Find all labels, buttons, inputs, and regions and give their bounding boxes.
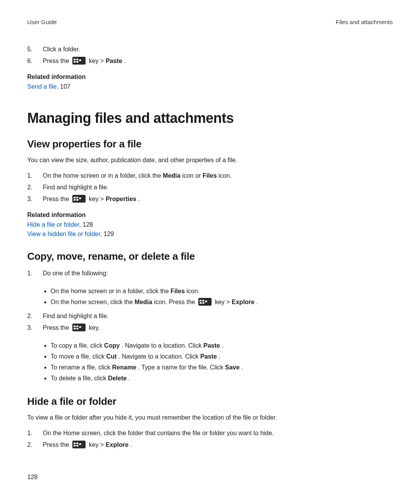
step-number: 2. [27, 311, 43, 322]
text-fragment: . [124, 58, 126, 64]
blackberry-key-icon [72, 441, 86, 448]
section-heading-view-properties: View properties for a file [27, 138, 393, 150]
step-text: Do one of the following: [43, 268, 393, 279]
copy-move-steps-part2: 2. Find and highlight a file. 3. Press t… [27, 311, 393, 333]
text-fragment: . Navigate to a location. Click [118, 353, 200, 360]
text-fragment: key. [89, 324, 100, 331]
copy-move-actions: To copy a file, click Copy . Navigate to… [27, 340, 393, 384]
svg-rect-24 [72, 441, 86, 448]
step-number: 3. [27, 322, 43, 333]
step-text: Press the key > Paste . [43, 56, 393, 66]
text-fragment: key > [89, 441, 105, 448]
top-step-list: 5. Click a folder. 6. Press the key > Pa… [27, 44, 393, 66]
text-fragment: . [256, 299, 258, 305]
step-text: Find and highlight a file. [43, 182, 393, 193]
text-bold: Explore [232, 299, 255, 305]
text-bold: Delete [108, 375, 127, 382]
text-fragment: To delete a file, click [51, 375, 108, 382]
blackberry-key-icon [72, 324, 86, 331]
header-right: Files and attachments [336, 19, 393, 25]
text-bold: Save [225, 364, 240, 371]
text-fragment: To copy a file, click [51, 342, 104, 349]
section-intro: To view a file or folder after you hide … [27, 413, 393, 422]
list-item: On the home screen or in a folder, click… [51, 286, 393, 297]
text-bold: Properties [106, 196, 136, 202]
step-number: 2. [27, 439, 43, 450]
page-title: Managing files and attachments [27, 110, 393, 126]
text-fragment: . [128, 375, 130, 382]
section-intro: You can view the size, author, publicati… [27, 156, 393, 165]
copy-move-steps-part1: 1. Do one of the following: [27, 268, 393, 279]
text-fragment: . [222, 342, 223, 349]
svg-rect-18 [72, 324, 86, 331]
step-1: 1. On the home screen or in a folder, cl… [27, 170, 393, 181]
related-link[interactable]: Send a file, [27, 83, 58, 90]
text-fragment: On the home screen or in a folder, click… [51, 288, 171, 294]
step-number: 1. [27, 268, 43, 279]
text-fragment: To rename a file, click [51, 364, 112, 371]
step-3: 3. Press the key > Properties . [27, 194, 393, 205]
step-number: 3. [27, 194, 43, 205]
text-fragment: icon. [187, 288, 200, 294]
step-text: On the home screen or in a folder, click… [43, 170, 393, 181]
step-2: 2. Find and highlight a file. [27, 311, 393, 322]
step-number: 1. [27, 428, 43, 439]
related-page: 107 [58, 83, 70, 90]
section-heading-hide-file: Hide a file or folder [27, 396, 393, 408]
step-text: Click a folder. [43, 44, 393, 55]
text-fragment: key > [89, 196, 105, 202]
step-text: Press the key > Properties . [43, 194, 393, 205]
step-2: 2. Find and highlight a file. [27, 182, 393, 193]
text-fragment: icon. [219, 172, 232, 179]
svg-rect-12 [198, 298, 212, 306]
text-fragment: icon or [182, 172, 202, 179]
text-bold: Rename [112, 364, 136, 371]
text-fragment: To move a file, click [51, 353, 106, 360]
blackberry-key-icon [198, 298, 212, 306]
step-number: 5. [27, 44, 43, 55]
text-fragment: icon. Press the [154, 299, 197, 305]
related-info-heading: Related information [27, 74, 393, 80]
text-bold: Media [163, 172, 180, 179]
text-bold: Media [135, 299, 152, 305]
list-item: To move a file, click Cut . Navigate to … [51, 351, 393, 362]
related-info-line: Hide a file or folder, 128 [27, 220, 393, 229]
list-item: To rename a file, click Rename . Type a … [51, 362, 393, 373]
related-link[interactable]: View a hidden file or folder, [27, 231, 102, 237]
section-heading-copy-move: Copy, move, rename, or delete a file [27, 250, 393, 262]
text-fragment: key > [215, 299, 232, 305]
blackberry-key-icon [72, 195, 86, 203]
step-text: Press the key > Explore . [43, 439, 393, 450]
text-fragment: . [242, 364, 243, 371]
step-number: 1. [27, 170, 43, 181]
text-bold: Explore [106, 441, 129, 448]
header-left: User Guide [27, 19, 57, 25]
step-text: Press the key. [43, 322, 393, 333]
blackberry-key-icon [72, 57, 86, 65]
text-fragment: . Navigate to a location. Click [121, 342, 203, 349]
text-fragment: Press the [43, 441, 71, 448]
text-bold: Paste [106, 58, 122, 64]
page-header: User Guide Files and attachments [27, 19, 393, 25]
list-item: To copy a file, click Copy . Navigate to… [51, 340, 393, 351]
text-bold: Files [203, 172, 217, 179]
related-info-line: View a hidden file or folder, 129 [27, 229, 393, 239]
text-fragment: On the home screen, click the [51, 299, 135, 305]
hide-file-steps: 1. On the Home screen, click the folder … [27, 428, 393, 450]
step-number: 2. [27, 182, 43, 193]
document-page: User Guide Files and attachments 5. Clic… [0, 0, 420, 504]
related-link[interactable]: Hide a file or folder, [27, 221, 81, 228]
text-bold: Paste [200, 353, 217, 360]
text-fragment: . [138, 196, 140, 202]
step-1: 1. On the Home screen, click the folder … [27, 428, 393, 439]
related-page: 129 [102, 231, 114, 237]
text-fragment: Press the [43, 58, 71, 64]
text-fragment: . [219, 353, 220, 360]
page-number: 128 [27, 474, 38, 481]
step-6: 6. Press the key > Paste . [27, 56, 393, 66]
view-properties-steps: 1. On the home screen or in a folder, cl… [27, 170, 393, 205]
list-item: On the home screen, click the Media icon… [51, 297, 393, 308]
related-info-line: Send a file, 107 [27, 82, 393, 91]
text-fragment: key > [89, 58, 105, 64]
text-fragment: On the home screen or in a folder, click… [43, 172, 163, 179]
